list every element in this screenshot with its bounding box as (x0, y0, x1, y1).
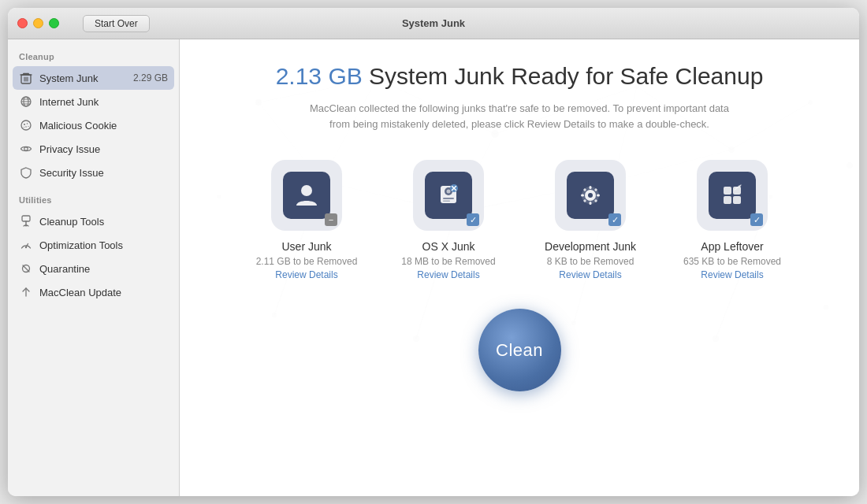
clean-button-label: Clean (496, 340, 543, 361)
user-junk-name: User Junk (281, 240, 331, 253)
svg-point-13 (21, 120, 31, 130)
svg-rect-83 (733, 196, 741, 204)
app-leftover-review-link[interactable]: Review Details (701, 269, 763, 280)
svg-rect-80 (724, 187, 731, 195)
osx-junk-review-link[interactable]: Review Details (417, 269, 479, 280)
sidebar-label-malicious-cookie: Malicious Cookie (39, 120, 168, 132)
sidebar-item-malicious-cookie[interactable]: Malicious Cookie (8, 113, 179, 137)
user-junk-icon (283, 172, 330, 219)
sidebar-label-macclean-update: MacClean Update (39, 287, 168, 298)
close-button[interactable] (17, 18, 28, 28)
sidebar-item-macclean-update[interactable]: MacClean Update (8, 280, 179, 304)
svg-point-19 (24, 147, 28, 150)
start-over-button[interactable]: Start Over (83, 15, 150, 32)
window-title: System Junk (402, 17, 465, 29)
junk-item-dev-junk: ✓ Development Junk 8 KB to be Removed Re… (531, 160, 649, 280)
content-inner: 2.13 GB System Junk Ready for Safe Clean… (211, 63, 828, 391)
junk-item-user-junk: − User Junk 2.11 GB to be Removed Review… (247, 160, 366, 280)
traffic-lights (17, 18, 59, 28)
dev-junk-review-link[interactable]: Review Details (559, 269, 621, 280)
speedometer-icon (19, 238, 33, 252)
user-junk-icon-container: − (271, 160, 342, 231)
svg-point-71 (588, 193, 593, 198)
dev-junk-size: 8 KB to be Removed (547, 256, 634, 267)
svg-rect-65 (443, 201, 450, 202)
svg-point-18 (28, 126, 28, 127)
svg-point-23 (25, 246, 27, 248)
sidebar-item-system-junk[interactable]: System Junk 2.29 GB (13, 66, 174, 90)
dev-junk-checkbox[interactable]: ✓ (608, 213, 621, 226)
dev-junk-icon-container: ✓ (555, 160, 626, 231)
utilities-section-label: Utilities (8, 192, 179, 209)
svg-point-16 (25, 126, 27, 128)
sidebar-label-internet-junk: Internet Junk (39, 96, 168, 108)
cleanup-section-label: Cleanup (8, 49, 179, 66)
app-leftover-name: App Leftover (701, 240, 763, 253)
main-layout: Cleanup System Junk 2.29 (8, 39, 859, 496)
user-junk-checkbox[interactable]: − (325, 213, 337, 226)
sidebar-label-security-issue: Security Issue (39, 167, 168, 179)
sidebar-item-privacy-issue[interactable]: Privacy Issue (8, 137, 179, 161)
svg-point-60 (301, 185, 312, 196)
osx-junk-icon-container: ✓ (413, 160, 484, 231)
arrow-up-icon (19, 285, 33, 299)
main-heading: 2.13 GB System Junk Ready for Safe Clean… (276, 63, 764, 90)
sidebar-item-cleanup-tools[interactable]: Cleanup Tools (8, 209, 179, 233)
globe-icon (19, 94, 33, 109)
sidebar-item-security-issue[interactable]: Security Issue (8, 161, 179, 184)
maximize-button[interactable] (49, 18, 59, 28)
svg-rect-82 (724, 196, 731, 204)
osx-junk-icon (425, 172, 472, 219)
eye-icon (19, 142, 33, 156)
osx-junk-checkbox[interactable]: ✓ (467, 213, 479, 226)
bug-icon (19, 261, 33, 276)
broom-icon (19, 214, 33, 228)
osx-junk-name: OS X Junk (422, 240, 475, 253)
sidebar-label-privacy-issue: Privacy Issue (39, 143, 168, 155)
svg-point-15 (27, 123, 28, 124)
junk-item-osx-junk: ✓ OS X Junk 18 MB to be Removed Review D… (389, 160, 508, 280)
cookie-icon (19, 118, 33, 132)
minimize-button[interactable] (33, 18, 43, 28)
app-leftover-icon (709, 172, 756, 219)
junk-item-app-leftover: ✓ App Leftover 635 KB to be Removed Revi… (673, 160, 791, 280)
svg-rect-72 (590, 186, 592, 189)
sidebar-label-cleanup-tools: Cleanup Tools (39, 216, 168, 228)
app-window: Start Over System Junk Cleanup (8, 8, 859, 496)
sidebar-badge-system-junk: 2.29 GB (133, 72, 168, 83)
svg-point-17 (24, 127, 24, 128)
app-leftover-checkbox[interactable]: ✓ (750, 213, 763, 226)
svg-rect-20 (22, 216, 30, 221)
app-leftover-icon-container: ✓ (697, 160, 768, 231)
sidebar-label-quarantine: Quarantine (39, 263, 168, 275)
dev-junk-icon (567, 172, 614, 219)
svg-point-14 (24, 124, 25, 125)
content-subtitle: MacClean collected the following junks t… (299, 101, 740, 132)
sidebar-item-internet-junk[interactable]: Internet Junk (8, 90, 179, 113)
sidebar-label-system-junk: System Junk (39, 72, 127, 84)
heading-size-accent: 2.13 GB (276, 63, 363, 89)
svg-rect-75 (597, 195, 600, 197)
user-junk-review-link[interactable]: Review Details (275, 269, 337, 280)
titlebar: Start Over System Junk (8, 8, 859, 39)
sidebar: Cleanup System Junk 2.29 (8, 39, 180, 496)
svg-rect-64 (443, 198, 454, 199)
svg-point-63 (447, 190, 451, 194)
osx-junk-size: 18 MB to be Removed (401, 256, 495, 267)
junk-items-row: − User Junk 2.11 GB to be Removed Review… (247, 160, 791, 280)
trash-icon (19, 71, 33, 85)
svg-point-38 (847, 162, 853, 169)
sidebar-label-optimization-tools: Optimization Tools (39, 239, 168, 251)
sidebar-item-quarantine[interactable]: Quarantine (8, 257, 179, 280)
svg-rect-74 (581, 195, 584, 197)
heading-text: System Junk Ready for Safe Cleanup (363, 63, 764, 89)
clean-button[interactable]: Clean (478, 309, 561, 391)
sidebar-item-optimization-tools[interactable]: Optimization Tools (8, 233, 179, 257)
content-area: 2.13 GB System Junk Ready for Safe Clean… (180, 39, 859, 496)
dev-junk-name: Development Junk (545, 240, 636, 253)
shield-icon (19, 165, 33, 180)
user-junk-size: 2.11 GB to be Removed (256, 256, 358, 267)
svg-rect-73 (590, 202, 592, 205)
sidebar-divider (8, 184, 179, 192)
app-leftover-size: 635 KB to be Removed (683, 256, 781, 267)
